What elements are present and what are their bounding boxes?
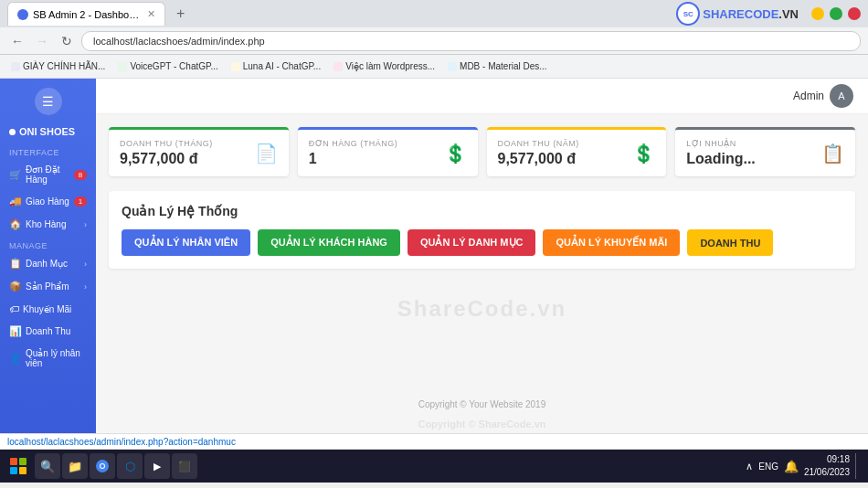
sidebar-item-don-dat-hang[interactable]: 🛒 Đơn Đặt Hàng 8: [0, 159, 96, 190]
stat-value-0: 9,577,000 đ: [120, 151, 213, 167]
stat-label-3: LỢI NHUẬN: [686, 139, 756, 148]
footer-copyright: Copyright © Your Website 2019: [418, 399, 546, 409]
minimize-button[interactable]: [811, 7, 824, 20]
don-dat-hang-badge: 8: [74, 170, 87, 180]
kho-hang-label: Kho Hàng: [26, 219, 80, 229]
taskbar-search-icon[interactable]: 🔍: [35, 453, 60, 479]
bookmark-luna[interactable]: Luna AI - ChatGP...: [226, 59, 326, 73]
danh-muc-arrow: ›: [84, 260, 87, 269]
stats-row: DOANH THU (THÁNG) 9,577,000 đ 📄 ĐƠN HÀNG…: [109, 127, 855, 176]
sidebar-item-giao-hang[interactable]: 🚚 Giao Hàng 1: [0, 190, 96, 213]
revenue-icon: 📊: [9, 325, 22, 337]
stat-label-2: DOANH THU (NĂM): [498, 139, 579, 148]
stat-card-revenue-month: DOANH THU (THÁNG) 9,577,000 đ 📄: [109, 127, 289, 176]
stat-card-orders-month: ĐƠN HÀNG (THÁNG) 1 💲: [298, 127, 478, 176]
management-section: Quản Lý Hệ Thống QUẢN LÝ NHÂN VIÊN QUẢN …: [109, 191, 855, 269]
btn-quan-ly-khach-hang[interactable]: QUẢN LÝ KHÁCH HÀNG: [258, 229, 400, 256]
stat-icon-3: 📋: [821, 143, 844, 164]
sidebar-section-interface: INTERFACE: [0, 144, 96, 159]
tray-lang: ENG: [758, 461, 778, 472]
taskbar: 🔍 📁 ⬡ ▶ ⬛ ∧ ENG 🔔 09:18 21/06/2023: [0, 450, 868, 483]
browser-titlebar: SB Admin 2 - Dashboard ✕ + SC SHARECODE.…: [0, 0, 868, 27]
taskbar-file-icon[interactable]: 📁: [62, 453, 88, 479]
staff-icon: 👤: [9, 353, 22, 365]
don-dat-hang-label: Đơn Đặt Hàng: [26, 164, 70, 185]
taskbar-extra1-icon[interactable]: ▶: [144, 453, 170, 479]
giao-hang-label: Giao Hàng: [26, 196, 70, 207]
kho-hang-arrow: ›: [84, 220, 87, 229]
sidebar-item-doanh-thu[interactable]: 📊 Doanh Thu: [0, 320, 96, 343]
address-bar[interactable]: localhost/laclacshoes/admin/index.php: [81, 31, 861, 51]
url-text: localhost/laclacshoes/admin/index.php: [93, 36, 265, 47]
content-area: DOANH THU (THÁNG) 9,577,000 đ 📄 ĐƠN HÀNG…: [96, 114, 868, 362]
category-icon: 📋: [9, 258, 22, 270]
admin-avatar: A: [830, 84, 853, 108]
cart-icon: 🛒: [9, 169, 22, 181]
tray-up-icon[interactable]: ∧: [746, 461, 753, 472]
product-icon: 📦: [9, 281, 22, 292]
stat-icon-1: 💲: [444, 143, 467, 164]
stat-label-0: DOANH THU (THÁNG): [120, 139, 213, 148]
btn-doanh-thu[interactable]: DOANH THU: [687, 229, 773, 256]
restore-button[interactable]: [830, 7, 842, 20]
stat-value-1: 1: [309, 151, 398, 167]
tray-notification-icon[interactable]: 🔔: [784, 460, 799, 473]
reload-button[interactable]: ↻: [57, 31, 77, 51]
danh-muc-label: Danh Mục: [26, 259, 80, 269]
start-button[interactable]: [4, 451, 33, 481]
sidebar-item-khuyen-mai[interactable]: 🏷 Khuyến Mãi: [0, 298, 96, 320]
khuyen-mai-label: Khuyến Mãi: [23, 304, 87, 314]
btn-quan-ly-nhan-vien[interactable]: QUẢN LÝ NHÂN VIÊN: [122, 229, 250, 256]
sidebar-brand: ONI SHOES: [0, 124, 96, 144]
management-title: Quản Lý Hệ Thống: [122, 204, 842, 218]
watermark: ShareCode.vn: [109, 269, 855, 349]
sidebar-item-danh-muc[interactable]: 📋 Danh Mục ›: [0, 252, 96, 275]
new-tab-button[interactable]: +: [169, 4, 192, 24]
page-wrapper: ☰ ONI SHOES INTERFACE 🛒 Đơn Đặt Hàng 8 🚚…: [0, 79, 868, 433]
sidebar-toggle-button[interactable]: ☰: [35, 88, 62, 115]
forward-button[interactable]: →: [32, 31, 52, 51]
taskbar-extra2-icon[interactable]: ⬛: [172, 453, 197, 479]
stat-card-profit: LỢI NHUẬN Loading... 📋: [675, 127, 855, 176]
svg-point-2: [101, 464, 104, 468]
taskbar-vscode-icon[interactable]: ⬡: [117, 453, 143, 479]
sidebar-item-kho-hang[interactable]: 🏠 Kho Hàng ›: [0, 213, 96, 236]
taskbar-apps: 🔍 📁 ⬡ ▶ ⬛: [35, 453, 197, 479]
bookmark-mdb[interactable]: MDB - Material Des...: [442, 59, 553, 73]
sidebar: ☰ ONI SHOES INTERFACE 🛒 Đơn Đặt Hàng 8 🚚…: [0, 79, 96, 433]
sidebar-toggle-container: ☰: [0, 79, 96, 124]
bookmark-voicegpt[interactable]: VoiceGPT - ChatGP...: [112, 59, 223, 73]
san-pham-label: Sản Phẩm: [26, 281, 80, 292]
admin-label: Admin: [793, 90, 824, 102]
bookmark-shoes[interactable]: GIÀY CHÍNH HÃN...: [5, 59, 111, 73]
taskbar-chrome-icon[interactable]: [90, 453, 115, 479]
footer-watermark: Copyright © ShareCode.vn: [96, 415, 868, 433]
stat-icon-2: 💲: [632, 143, 655, 164]
tab-close-icon[interactable]: ✕: [147, 8, 155, 20]
btn-quan-ly-danh-muc[interactable]: QUẢN LÝ DANH MỤC: [408, 229, 536, 256]
close-button[interactable]: [848, 7, 861, 20]
san-pham-arrow: ›: [84, 282, 87, 292]
browser-tab[interactable]: SB Admin 2 - Dashboard ✕: [7, 2, 165, 26]
tray-show-desktop[interactable]: [855, 453, 861, 479]
stat-icon-0: 📄: [255, 143, 278, 164]
nhan-vien-label: Quản lý nhân viên: [26, 348, 87, 368]
management-buttons: QUẢN LÝ NHÂN VIÊN QUẢN LÝ KHÁCH HÀNG QUẢ…: [122, 229, 842, 256]
topbar: Admin A: [96, 79, 868, 114]
main-content: Admin A DOANH THU (THÁNG) 9,577,000 đ 📄: [96, 79, 868, 433]
promo-icon: 🏷: [9, 303, 19, 314]
warehouse-icon: 🏠: [9, 218, 22, 230]
sidebar-item-san-pham[interactable]: 📦 Sản Phẩm ›: [0, 275, 96, 298]
back-button[interactable]: ←: [7, 31, 27, 51]
stat-value-2: 9,577,000 đ: [498, 151, 579, 167]
page-footer: Copyright © Your Website 2019: [96, 394, 868, 415]
sidebar-item-quan-ly-nhan-vien[interactable]: 👤 Quản lý nhân viên: [0, 343, 96, 374]
stat-label-1: ĐƠN HÀNG (THÁNG): [309, 139, 398, 148]
browser-controls: ← → ↻ localhost/laclacshoes/admin/index.…: [0, 27, 868, 55]
btn-quan-ly-khuyen-mai[interactable]: QUẢN LÝ KHUYẾN MÃI: [543, 229, 680, 256]
doanh-thu-label: Doanh Thu: [26, 326, 87, 336]
giao-hang-badge: 1: [74, 196, 87, 207]
sidebar-section-manage: MANAGE: [0, 236, 96, 252]
bookmark-viec-lam[interactable]: Việc làm Wordpress...: [328, 59, 440, 73]
tab-title: SB Admin 2 - Dashboard: [33, 9, 143, 20]
